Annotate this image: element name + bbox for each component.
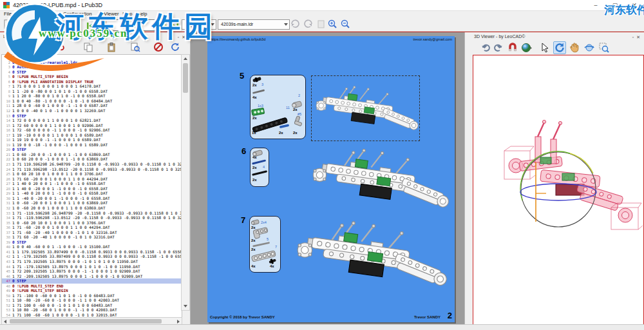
render-sphere-icon[interactable]	[520, 41, 533, 54]
snap-magnet-icon[interactable]	[506, 41, 519, 54]
export-pdf-icon[interactable]	[41, 19, 52, 30]
editor-line[interactable]: 371 71 -60 -20 -40 1 0 0 0 0 -1 0 1 0 32…	[2, 230, 182, 235]
find-icon[interactable]	[54, 42, 64, 52]
editor-line[interactable]: 291 1 -40 0 20 0 0 1 -1 0 0 0 -1 0 6558.…	[2, 191, 182, 196]
save-file-icon[interactable]	[28, 19, 39, 30]
fit-width-icon[interactable]	[290, 19, 301, 30]
editor-line[interactable]: 231 71 119.596298 26.948799 -20 0.1158 0…	[2, 162, 182, 167]
editor-line[interactable]: 121 0 0 0 -40 0 1 0 -1 0 0 0 0 1 32269.D…	[2, 108, 182, 113]
paste-icon[interactable]	[106, 42, 117, 52]
editor-line[interactable]: 321 0 -60 20 0 0 1 0 0 0 1 1 0 0 63869.D…	[2, 206, 182, 211]
close-dock-icon[interactable]: ✕	[636, 35, 643, 39]
editor-line[interactable]: 531 10 80 -20 -60 0 1 0 0 0 -1 -1 0 0 42…	[2, 307, 182, 313]
editor-line[interactable]: 20 Name: 42039s-rearaxle1.ldr	[2, 60, 182, 65]
page-position-input[interactable]	[106, 19, 161, 31]
editor-line[interactable]: 490 !LPUB MULTI_STEP BEGIN	[2, 288, 182, 293]
csi-step6[interactable]	[307, 144, 450, 213]
rotate-view-icon[interactable]	[583, 41, 596, 54]
zoom-out-icon[interactable]	[340, 19, 351, 30]
menu-3dviewer[interactable]: 3DViewer	[98, 11, 118, 17]
refresh-icon[interactable]	[170, 42, 180, 52]
editor-line[interactable]: 101 0 0 40 -80 -1 0 0 0 0 -1 0 -1 0 6048…	[2, 99, 182, 104]
zoom-region-icon[interactable]	[598, 41, 611, 54]
csi-step5[interactable]	[311, 75, 420, 141]
minimize-button[interactable]: –	[586, 0, 605, 10]
viewer3d-viewport[interactable]	[473, 55, 644, 325]
delete-icon[interactable]	[153, 42, 164, 52]
menu-configuration[interactable]: Configuration	[63, 11, 92, 17]
editor-line[interactable]: 401 0 0 40 -60 0 0 1 -1 0 0 0 -1 0 15100…	[2, 244, 182, 249]
previous-page-icon[interactable]	[96, 21, 104, 32]
editor-line[interactable]: 341 71 -119.596298 -13.0512 -20 -0.1158 …	[2, 215, 182, 220]
editor-line[interactable]: 411 1 179.192505 33.897499 0 0 -0.1158 0…	[2, 249, 182, 255]
fit-visible-icon[interactable]	[303, 19, 314, 30]
editor-line[interactable]: 361 71 -60 -20 0 0 1 0 0 0 1 1 0 0 44294…	[2, 225, 182, 230]
editor-line[interactable]: 381 71 60 -20 -40 1 0 0 0 0 -1 0 1 0 323…	[2, 235, 182, 240]
next-page-icon[interactable]	[161, 21, 169, 32]
save-edits-icon[interactable]	[15, 42, 26, 52]
pli-step6[interactable]: 4x 2x 4 2x	[250, 148, 269, 187]
editor-content[interactable]: 10 rear axle20 Name: 42039s-rearaxle1.ld…	[1, 54, 182, 318]
editor-line[interactable]: 301 1 -40 0 -20 0 0 1 -1 0 0 0 -1 0 6558…	[2, 196, 182, 201]
editor-line[interactable]: 130 STEP	[2, 113, 182, 119]
editor-line[interactable]: 351 0 -60 20 10 0 1 0 0 0 1 1 0 0 3706.D…	[2, 220, 182, 226]
editor-line[interactable]: 421 1 -179.192505 33.897499 0 0 0.1158 0…	[2, 254, 182, 259]
copy-icon[interactable]	[83, 42, 93, 52]
editor-line[interactable]: 441 71 -179.192505 13.8975 0 0 0 1 0 1 0…	[2, 264, 182, 269]
open-file-icon[interactable]	[15, 19, 26, 30]
editor-line[interactable]: 501 71 -100 0 -60 0 0 1 0 1 0 -1 0 0 604…	[2, 293, 182, 298]
editor-line[interactable]: 451 72 209.192505 13.8975 0 0 0 -1 -1 0 …	[2, 269, 182, 274]
first-page-icon[interactable]	[86, 21, 95, 32]
editor-line[interactable]: 461 72 -209.192505 13.8975 0 0 0 1 -1 0 …	[2, 274, 182, 279]
preview-icon[interactable]	[130, 42, 140, 52]
editor-line[interactable]: 211 0 60 -20 0 0 -1 0 0 0 1 -1 0 0 63869…	[2, 152, 182, 157]
editor-line[interactable]: 470 STEP	[2, 278, 182, 284]
last-page-icon[interactable]	[170, 21, 179, 32]
editor-line[interactable]: 241 71 119.596298 -13.0512 -20 0.1158 0 …	[2, 167, 182, 172]
editor-line[interactable]: 60 !LPUB PLI ANNOTATION DISPLAY TRUE	[2, 79, 182, 84]
csi-step7[interactable]	[291, 215, 448, 293]
editor-line[interactable]: 71 71 0 0 0 1 0 0 0 1 0 0 0 1 64178.DAT	[2, 84, 182, 89]
editor-vscrollbar[interactable]	[181, 54, 190, 311]
editor-line[interactable]: 171 19 -19 0 0 0 0 1 1 0 0 0 1 0 6589.DA…	[2, 133, 182, 138]
zoom-in-icon[interactable]	[327, 19, 338, 30]
editor-line[interactable]: 50 !LPUB MULTI_STEP BEGIN	[2, 74, 182, 79]
pli-step7[interactable]: 2x 2x4 2x 5 2x 7 4x 4x	[249, 216, 281, 273]
instruction-page[interactable]: https://trevorsandy.github.io/lpub3d tre…	[207, 36, 455, 322]
redo-icon[interactable]	[492, 41, 505, 54]
rotate-tool-icon[interactable]	[553, 41, 566, 54]
editor-line[interactable]: 480 !LPUB MULTI_STEP END	[2, 284, 182, 289]
editor-line[interactable]: 161 72 -60 0 0 0 0 -1 1 0 0 0 -1 0 92906…	[2, 128, 182, 133]
editor-line[interactable]: 200 STEP	[2, 147, 182, 152]
editor-line[interactable]: 251 0 60 20 10 0 1 0 0 0 1 1 0 0 3706.DA…	[2, 171, 182, 177]
editor-line[interactable]: 271 1 40 0 20 0 0 1 -1 0 0 0 -1 0 6558.D…	[2, 181, 182, 186]
menu-tools[interactable]: Tools	[48, 11, 59, 17]
close-button[interactable]: ✕	[625, 0, 644, 10]
pli-step5[interactable]: 2x 3 4x 1x3 2x 2 2x 11 1x 2x #5 2x	[250, 75, 306, 139]
actual-size-icon[interactable]	[316, 19, 327, 30]
editor-line[interactable]: 91 1 20 0 -80 0 0 1 0 1 0 -1 0 0 6558.DA…	[2, 93, 182, 99]
editor-line[interactable]: 390 STEP	[2, 240, 182, 245]
editor-line[interactable]: 10 rear axle	[2, 55, 182, 60]
model-combo[interactable]: 42039s-main.ldr	[218, 19, 290, 30]
editor-line[interactable]: 30 Author: Trevor SANDY	[2, 64, 182, 70]
menu-step[interactable]: Step	[122, 11, 132, 17]
editor-line[interactable]: 521 71 100 0 -60 0 0 -1 0 1 0 1 0 0 6048…	[2, 303, 182, 308]
close-dock-icon[interactable]: ✕	[182, 35, 188, 39]
editor-line[interactable]: 261 71 60 -20 0 0 1 0 0 0 1 1 0 0 44294.…	[2, 177, 182, 182]
pan-tool-icon[interactable]	[568, 41, 581, 54]
select-tool-icon[interactable]	[538, 41, 551, 54]
print-icon[interactable]	[54, 19, 65, 30]
menu-file[interactable]: File	[4, 11, 12, 17]
editor-line[interactable]: 191 19 0 0 -18 -1 0 0 0 -1 0 0 0 1 6589.…	[2, 142, 182, 148]
editor-line[interactable]: 40 STEP	[2, 70, 182, 75]
editor-line[interactable]: 221 0 60 20 0 0 -1 0 0 0 1 -1 0 0 63869.…	[2, 157, 182, 162]
editor-line[interactable]: 331 71 -119.596298 26.948799 -20 -0.1158…	[2, 211, 182, 216]
menu-edit[interactable]: Edit	[18, 11, 26, 17]
editor-line[interactable]: 431 71 179.192505 13.8975 0 0 0 -1 0 1 0…	[2, 259, 182, 264]
page-combo[interactable]: Page 2	[182, 19, 216, 30]
undo-icon[interactable]	[479, 41, 492, 54]
menu-help[interactable]: Help	[137, 11, 147, 17]
editor-line[interactable]: 281 1 40 0 -20 0 0 1 -1 0 0 0 -1 0 6558.…	[2, 186, 182, 191]
new-file-icon[interactable]	[3, 19, 14, 30]
